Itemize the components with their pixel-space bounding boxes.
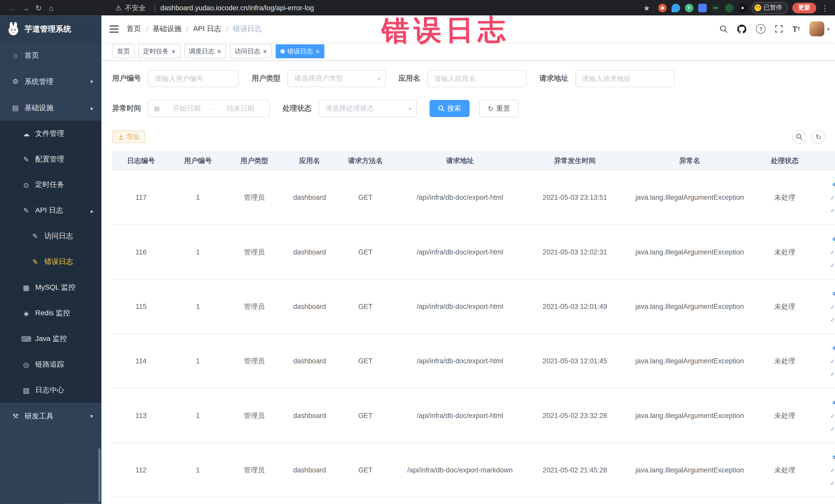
processed-link[interactable]: ✓已处理 xyxy=(816,409,835,422)
paused-badge[interactable]: 已暂停 xyxy=(751,2,787,14)
processed-link[interactable]: ✓已处理 xyxy=(816,191,835,204)
sidebar-item-file-manage[interactable]: ☁文件管理 xyxy=(0,121,101,146)
user-id-input[interactable] xyxy=(148,70,239,87)
extension-icon[interactable]: on xyxy=(711,4,720,12)
fullscreen-icon[interactable] xyxy=(771,15,788,42)
java-icon: ⌨ xyxy=(21,335,32,343)
cell-log-id: 115 xyxy=(112,279,170,334)
sidebar-item-label: 访问日志 xyxy=(44,231,73,241)
breadcrumb-item[interactable]: 首页 xyxy=(126,24,141,34)
close-icon[interactable]: × xyxy=(263,48,267,55)
user-type-select[interactable]: 请选择用户类型 ▾ xyxy=(287,70,386,87)
ignored-link[interactable]: ✓已忽略 xyxy=(816,367,835,380)
sidebar-item-java-monitor[interactable]: ⌨Java 监控 xyxy=(0,326,101,352)
cell-actions: 详细✓已处理✓已忽略 xyxy=(814,170,835,225)
page: ← → ↻ ⌂ ⚠ 不安全 | dashboard.yudao.iocoder.… xyxy=(0,0,835,504)
detail-link[interactable]: 详细 xyxy=(816,287,835,300)
help-icon[interactable]: ? xyxy=(751,15,771,42)
avatar[interactable] xyxy=(809,21,824,36)
ignored-link[interactable]: ✓已忽略 xyxy=(816,204,835,217)
search-button[interactable]: 搜索 xyxy=(429,100,469,117)
ignored-link[interactable]: ✓已忽略 xyxy=(816,313,835,326)
reload-icon[interactable]: ↻ xyxy=(32,4,45,12)
sidebar-item-dev-tools[interactable]: ⚒研发工具▾ xyxy=(0,403,101,429)
extension-icon[interactable]: V xyxy=(685,4,693,12)
request-url-input[interactable] xyxy=(575,70,675,87)
log-icon: ✎ xyxy=(21,206,32,215)
sidebar-item-label: 首页 xyxy=(25,51,39,60)
ignored-link[interactable]: ✓已忽略 xyxy=(816,422,835,435)
ignored-link[interactable]: ✓已忽略 xyxy=(816,258,835,271)
extension-icon[interactable] xyxy=(725,4,733,12)
cell-request-method: GET xyxy=(337,225,394,279)
processed-link[interactable]: ✓已处理 xyxy=(816,355,835,367)
update-button[interactable]: 更新 xyxy=(792,2,816,13)
processed-link[interactable]: ✓已处理 xyxy=(816,245,835,258)
sidebar-item-config-manage[interactable]: ✎配置管理 xyxy=(0,146,101,172)
extension-icon[interactable] xyxy=(738,4,747,12)
sidebar-item-scheduled-jobs[interactable]: ⊙定时任务 xyxy=(0,172,101,198)
app-name-input[interactable] xyxy=(427,70,527,87)
check-icon: ✓ xyxy=(830,476,835,489)
toggle-search-button[interactable] xyxy=(792,130,806,144)
sidebar-item-home[interactable]: ⌂首页 xyxy=(0,42,101,68)
tab-job-log[interactable]: 调度日志× xyxy=(184,44,226,58)
refresh-button[interactable]: ↻ xyxy=(811,130,825,144)
sidebar-menu: ⌂首页⚙系统管理▾▤基础设施▴☁文件管理✎配置管理⊙定时任务✎API 日志▴✎访… xyxy=(0,42,101,429)
sidebar-item-api-log[interactable]: ✎API 日志▴ xyxy=(0,198,101,223)
detail-link[interactable]: 详细 xyxy=(816,233,835,245)
bookmark-star-icon[interactable]: ★ xyxy=(640,4,653,12)
tab-error-log[interactable]: 错误日志× xyxy=(276,44,324,58)
filter-exception-time: 异常时间 ▦ 开始日期 - 结束日期 xyxy=(112,100,270,117)
forward-icon[interactable]: → xyxy=(19,4,32,12)
date-range-picker[interactable]: ▦ 开始日期 - 结束日期 xyxy=(148,100,270,117)
detail-link[interactable]: 详细 xyxy=(816,451,835,464)
process-status-select[interactable]: 请选择处理状态 ▾ xyxy=(318,100,416,117)
process-status-label: 处理状态 xyxy=(283,104,311,113)
breadcrumb-separator: / xyxy=(186,25,188,33)
detail-link[interactable]: 详细 xyxy=(816,178,835,191)
detail-link[interactable]: 详细 xyxy=(816,396,835,409)
github-icon[interactable] xyxy=(733,15,751,42)
detail-link[interactable]: 详细 xyxy=(816,342,835,355)
breadcrumb-item[interactable]: 基础设施 xyxy=(153,24,182,34)
close-icon[interactable]: × xyxy=(171,48,176,55)
search-icon[interactable] xyxy=(715,15,733,42)
extension-icon[interactable] xyxy=(658,4,666,12)
hamburger-icon[interactable] xyxy=(101,15,126,42)
check-icon: ✓ xyxy=(830,409,835,422)
sidebar-item-access-log[interactable]: ✎访问日志 xyxy=(0,223,101,249)
sidebar-item-error-log[interactable]: ✎错误日志 xyxy=(0,249,101,275)
browser-home-icon[interactable]: ⌂ xyxy=(45,4,58,12)
ignored-link[interactable]: ✓已忽略 xyxy=(816,476,835,489)
app-title: 芋道管理系统 xyxy=(25,24,71,34)
filter-row-2: 异常时间 ▦ 开始日期 - 结束日期 处理状态 请选择处理状态 ▾ xyxy=(112,100,829,117)
chevron-down-icon[interactable]: ▾ xyxy=(827,26,830,32)
close-icon[interactable]: × xyxy=(316,48,320,55)
sidebar-item-redis-monitor[interactable]: ◈Redis 监控 xyxy=(0,300,101,326)
tab-home[interactable]: 首页 xyxy=(112,44,135,58)
security-indicator[interactable]: ⚠ 不安全 | xyxy=(116,3,160,12)
processed-link[interactable]: ✓已处理 xyxy=(816,300,835,313)
close-icon[interactable]: × xyxy=(217,48,221,55)
tab-scheduled-jobs[interactable]: 定时任务× xyxy=(138,44,180,58)
back-icon[interactable]: ← xyxy=(6,4,19,12)
browser-menu-icon[interactable]: ⋮ xyxy=(821,4,829,12)
font-size-icon[interactable]: TT xyxy=(788,15,805,42)
sidebar-item-system-manage[interactable]: ⚙系统管理▾ xyxy=(0,68,101,95)
sidebar-item-log-center[interactable]: ▧日志中心 xyxy=(0,377,101,403)
url-text[interactable]: dashboard.yudao.iocoder.cn/infra/log/api… xyxy=(160,4,314,12)
sidebar-item-infrastructure[interactable]: ▤基础设施▴ xyxy=(0,95,101,121)
tab-access-log[interactable]: 访问日志× xyxy=(230,44,272,58)
extension-icon[interactable] xyxy=(671,4,680,12)
app-logo[interactable]: 芋道管理系统 xyxy=(0,15,101,42)
breadcrumb-item[interactable]: API 日志 xyxy=(193,24,221,34)
reset-button[interactable]: ↻ 重置 xyxy=(479,100,519,117)
extension-icon[interactable] xyxy=(698,4,707,12)
export-button[interactable]: 导出 xyxy=(112,130,145,143)
sidebar-scrollbar[interactable] xyxy=(98,448,100,502)
filter-row-1: 用户编号 用户类型 请选择用户类型 ▾ 应用名 xyxy=(112,70,829,87)
sidebar-item-link-trace[interactable]: ◎链路追踪 xyxy=(0,351,101,377)
sidebar-item-mysql-monitor[interactable]: ▦MySQL 监控 xyxy=(0,275,101,300)
processed-link[interactable]: ✓已处理 xyxy=(816,464,835,477)
